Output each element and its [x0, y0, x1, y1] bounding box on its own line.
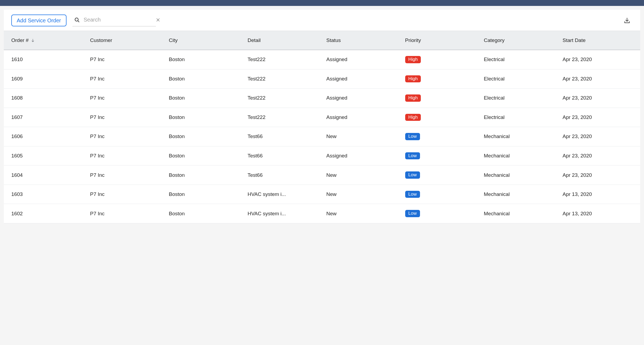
column-header-label: Status	[326, 37, 341, 43]
cell-order: 1608	[7, 89, 86, 108]
cell-priority: High	[401, 108, 480, 127]
column-header-category[interactable]: Category	[480, 31, 558, 50]
cell-startdate: Apr 13, 2020	[558, 204, 637, 223]
table-row[interactable]: 1608P7 IncBostonTest222AssignedHighElect…	[4, 89, 640, 108]
toolbar: Add Service Order	[4, 10, 640, 31]
cell-priority: Low	[401, 185, 480, 204]
download-button[interactable]	[622, 16, 632, 25]
app-topbar	[0, 0, 644, 6]
table-row[interactable]: 1606P7 IncBostonTest66NewLowMechanicalAp…	[4, 127, 640, 146]
column-header-priority[interactable]: Priority	[401, 31, 480, 50]
cell-status: New	[322, 185, 401, 204]
cell-status: New	[322, 204, 401, 223]
table-body: 1610P7 IncBostonTest222AssignedHighElect…	[4, 50, 640, 223]
cell-status: Assigned	[322, 146, 401, 166]
table-row[interactable]: 1604P7 IncBostonTest66NewLowMechanicalAp…	[4, 166, 640, 185]
cell-category: Mechanical	[480, 185, 558, 204]
cell-customer: P7 Inc	[86, 204, 165, 223]
priority-badge: Low	[405, 133, 420, 140]
clear-search-button[interactable]	[155, 16, 162, 23]
cell-detail: Test66	[243, 127, 322, 146]
priority-badge: Low	[405, 152, 420, 160]
cell-detail: HVAC system i...	[243, 185, 322, 204]
cell-detail: Test222	[243, 69, 322, 89]
column-header-customer[interactable]: Customer	[86, 31, 165, 50]
cell-city: Boston	[164, 89, 243, 108]
cell-startdate: Apr 23, 2020	[558, 127, 637, 146]
cell-status: New	[322, 127, 401, 146]
cell-detail: Test222	[243, 89, 322, 108]
add-service-order-button[interactable]: Add Service Order	[11, 15, 66, 26]
column-header-status[interactable]: Status	[322, 31, 401, 50]
search-icon	[73, 16, 81, 24]
priority-badge: Low	[405, 191, 420, 198]
cell-city: Boston	[164, 108, 243, 127]
table-row[interactable]: 1603P7 IncBostonHVAC system i...NewLowMe…	[4, 185, 640, 204]
priority-badge: High	[405, 56, 421, 63]
column-header-label: Order #	[11, 37, 29, 43]
cell-order: 1604	[7, 166, 86, 185]
cell-detail: Test222	[243, 50, 322, 69]
cell-category: Mechanical	[480, 204, 558, 223]
column-header-detail[interactable]: Detail	[243, 31, 322, 50]
cell-startdate: Apr 23, 2020	[558, 108, 637, 127]
cell-customer: P7 Inc	[86, 50, 165, 69]
cell-priority: Low	[401, 166, 480, 185]
cell-status: Assigned	[322, 89, 401, 108]
cell-status: Assigned	[322, 69, 401, 89]
cell-customer: P7 Inc	[86, 127, 165, 146]
cell-detail: HVAC system i...	[243, 204, 322, 223]
cell-category: Electrical	[480, 50, 558, 69]
column-header-startdate[interactable]: Start Date	[558, 31, 637, 50]
cell-customer: P7 Inc	[86, 185, 165, 204]
cell-priority: High	[401, 50, 480, 69]
column-header-label: Priority	[405, 37, 421, 43]
table-row[interactable]: 1605P7 IncBostonTest66AssignedLowMechani…	[4, 146, 640, 166]
cell-customer: P7 Inc	[86, 166, 165, 185]
cell-customer: P7 Inc	[86, 146, 165, 166]
table-row[interactable]: 1609P7 IncBostonTest222AssignedHighElect…	[4, 69, 640, 89]
table-row[interactable]: 1610P7 IncBostonTest222AssignedHighElect…	[4, 50, 640, 69]
table-row[interactable]: 1602P7 IncBostonHVAC system i...NewLowMe…	[4, 204, 640, 223]
cell-detail: Test222	[243, 108, 322, 127]
column-header-label: Start Date	[563, 37, 586, 43]
cell-city: Boston	[164, 204, 243, 223]
priority-badge: High	[405, 94, 421, 102]
cell-status: Assigned	[322, 108, 401, 127]
close-icon	[156, 17, 160, 22]
cell-category: Mechanical	[480, 127, 558, 146]
search-input[interactable]	[84, 17, 152, 23]
cell-priority: Low	[401, 204, 480, 223]
cell-status: Assigned	[322, 50, 401, 69]
column-header-city[interactable]: City	[164, 31, 243, 50]
search-field	[72, 15, 156, 26]
priority-badge: Low	[405, 210, 420, 217]
cell-order: 1609	[7, 69, 86, 89]
cell-city: Boston	[164, 127, 243, 146]
cell-city: Boston	[164, 50, 243, 69]
cell-startdate: Apr 23, 2020	[558, 146, 637, 166]
column-header-order[interactable]: Order #	[7, 31, 86, 50]
cell-category: Electrical	[480, 69, 558, 89]
cell-startdate: Apr 23, 2020	[558, 89, 637, 108]
cell-customer: P7 Inc	[86, 108, 165, 127]
column-header-label: Detail	[248, 37, 261, 43]
cell-category: Electrical	[480, 108, 558, 127]
service-orders-panel: Add Service Order	[4, 10, 640, 223]
cell-category: Mechanical	[480, 166, 558, 185]
cell-priority: Low	[401, 146, 480, 166]
column-header-label: City	[169, 37, 178, 43]
cell-priority: High	[401, 69, 480, 89]
cell-customer: P7 Inc	[86, 89, 165, 108]
priority-badge: High	[405, 114, 421, 121]
cell-order: 1603	[7, 185, 86, 204]
sort-desc-icon	[31, 38, 35, 43]
svg-line-1	[78, 21, 79, 22]
cell-priority: Low	[401, 127, 480, 146]
cell-order: 1602	[7, 204, 86, 223]
cell-city: Boston	[164, 69, 243, 89]
cell-city: Boston	[164, 185, 243, 204]
cell-category: Mechanical	[480, 146, 558, 166]
table-row[interactable]: 1607P7 IncBostonTest222AssignedHighElect…	[4, 108, 640, 127]
table-header: Order #CustomerCityDetailStatusPriorityC…	[4, 31, 640, 50]
